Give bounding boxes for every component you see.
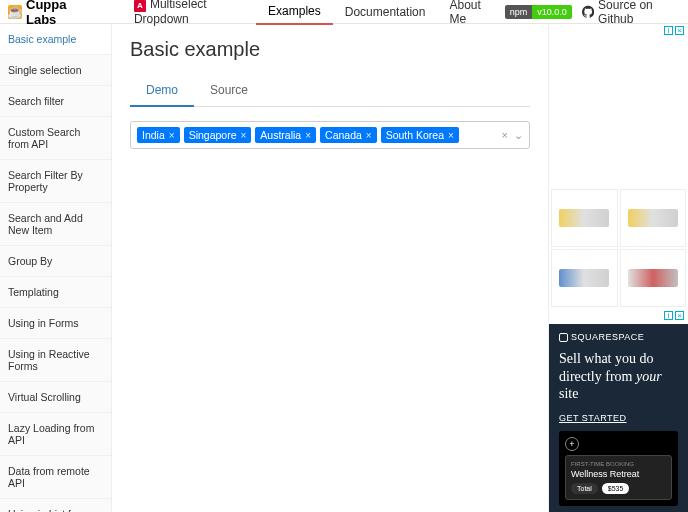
ad-close-icon[interactable]: × — [675, 26, 684, 35]
sidebar-item-using-reactive-forms[interactable]: Using in Reactive Forms — [0, 339, 111, 382]
ad-marker-mid: i × — [549, 309, 688, 322]
logo-text: Cuppa Labs — [26, 0, 94, 27]
github-icon — [582, 5, 594, 19]
sidebar-item-templating[interactable]: Templating — [0, 277, 111, 308]
nav-examples[interactable]: Examples — [256, 0, 333, 25]
add-icon: + — [565, 437, 579, 451]
ad-info-icon[interactable]: i — [664, 311, 673, 320]
product-image — [559, 209, 609, 227]
ad-headline: Sell what you do directly from your site — [559, 350, 678, 403]
ad-close-icon[interactable]: × — [675, 311, 684, 320]
chip-australia: Australia× — [255, 127, 316, 143]
chip-singapore: Singapore× — [184, 127, 252, 143]
product-cell[interactable] — [551, 189, 618, 247]
squarespace-logo: SQUARESPACE — [559, 332, 678, 342]
angular-icon: A — [134, 0, 146, 12]
sidebar-item-search-add-new[interactable]: Search and Add New Item — [0, 203, 111, 246]
product-cell[interactable] — [551, 249, 618, 307]
sidebar-item-data-remote[interactable]: Data from remote API — [0, 456, 111, 499]
chip-remove-icon[interactable]: × — [305, 130, 311, 141]
chip-remove-icon[interactable]: × — [366, 130, 372, 141]
sidebar-item-using-forms[interactable]: Using in Forms — [0, 308, 111, 339]
sidebar-item-custom-search-api[interactable]: Custom Search from API — [0, 117, 111, 160]
sidebar-item-group-by[interactable]: Group By — [0, 246, 111, 277]
clear-all-icon[interactable]: × — [502, 129, 508, 141]
sidebar-item-virtual-scrolling[interactable]: Virtual Scrolling — [0, 382, 111, 413]
ad-preview-card: First-time booking Wellness Retreat Tota… — [565, 455, 672, 500]
npm-badge[interactable]: npm v10.0.0 — [505, 5, 572, 19]
chip-south-korea: South Korea× — [381, 127, 459, 143]
product-image — [628, 209, 678, 227]
sidebar-item-lazy-loading[interactable]: Lazy Loading from API — [0, 413, 111, 456]
sidebar-item-using-list-loop[interactable]: Using in List for loop — [0, 499, 111, 512]
logo[interactable]: ☕ Cuppa Labs — [8, 0, 94, 27]
ad-cta[interactable]: GET STARTED — [559, 413, 678, 423]
squarespace-logo-icon — [559, 333, 568, 342]
sidebar: Basic example Single selection Search fi… — [0, 24, 112, 512]
page-title: Basic example — [130, 38, 530, 61]
product-image — [628, 269, 678, 287]
chip-india: India× — [137, 127, 180, 143]
product-cell[interactable] — [620, 249, 687, 307]
content-area: Basic example Demo Source India× Singapo… — [112, 24, 548, 512]
sidebar-item-search-filter[interactable]: Search filter — [0, 86, 111, 117]
ad-info-icon[interactable]: i — [664, 26, 673, 35]
multiselect-dropdown[interactable]: India× Singapore× Australia× Canada× Sou… — [130, 121, 530, 149]
github-link[interactable]: Source on Github — [582, 0, 680, 26]
chip-remove-icon[interactable]: × — [448, 130, 454, 141]
ad-marker-top: i × — [549, 24, 688, 37]
ad-preview: + First-time booking Wellness Retreat To… — [559, 431, 678, 506]
sidebar-item-single-selection[interactable]: Single selection — [0, 55, 111, 86]
chevron-down-icon[interactable]: ⌄ — [514, 129, 523, 142]
sidebar-item-search-filter-property[interactable]: Search Filter By Property — [0, 160, 111, 203]
ad-column: i × i × SQUARESPACE Sell what you do dir… — [548, 24, 688, 512]
tabs: Demo Source — [130, 75, 530, 107]
chip-remove-icon[interactable]: × — [169, 130, 175, 141]
sidebar-item-basic-example[interactable]: Basic example — [0, 24, 111, 55]
product-ad-grid[interactable] — [549, 187, 688, 309]
squarespace-ad[interactable]: SQUARESPACE Sell what you do directly fr… — [549, 324, 688, 512]
tab-source[interactable]: Source — [194, 75, 264, 106]
nav-documentation[interactable]: Documentation — [333, 0, 438, 24]
chip-remove-icon[interactable]: × — [241, 130, 247, 141]
logo-icon: ☕ — [8, 5, 22, 19]
tab-demo[interactable]: Demo — [130, 75, 194, 107]
product-cell[interactable] — [620, 189, 687, 247]
product-image — [559, 269, 609, 287]
chip-canada: Canada× — [320, 127, 377, 143]
